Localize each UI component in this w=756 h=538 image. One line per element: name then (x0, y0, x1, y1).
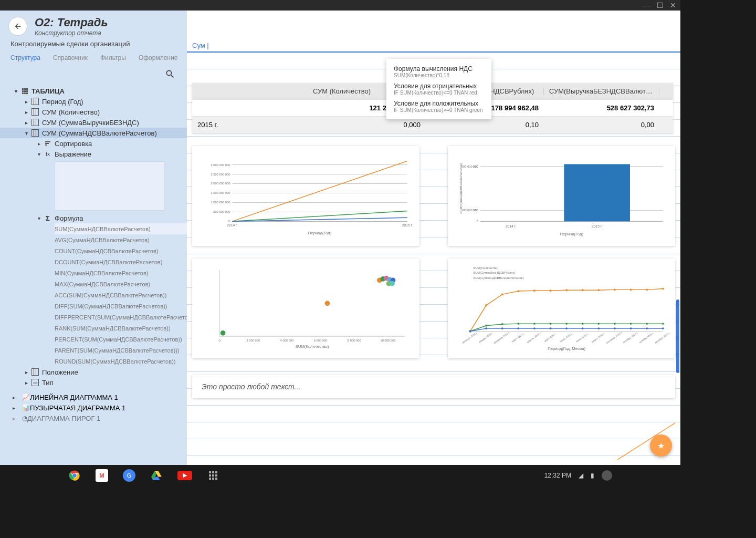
close-icon[interactable]: ✕ (670, 1, 676, 9)
svg-point-72 (517, 290, 519, 292)
svg-point-87 (550, 323, 552, 325)
svg-text:500 000 000: 500 000 000 (461, 165, 478, 168)
wifi-icon[interactable]: ◢ (579, 472, 583, 479)
svg-point-50 (390, 281, 395, 286)
svg-text:март 2015 г.: март 2015 г. (511, 333, 524, 343)
svg-text:6 000 000: 6 000 000 (314, 339, 328, 342)
svg-text:8 000 000: 8 000 000 (348, 339, 361, 342)
line-chart-1[interactable]: 0500 000 0001 000 000 0001 500 000 0002 … (192, 146, 419, 246)
svg-point-89 (582, 323, 584, 325)
formula-acc[interactable]: ACC(SUM(СуммаНДСВВалютеРасчетов)) (55, 289, 187, 301)
svg-text:сентябрь 2015 г.: сентябрь 2015 г. (606, 331, 623, 344)
svg-point-93 (646, 323, 648, 325)
expression-input[interactable] (55, 161, 165, 211)
text-widget[interactable]: Это просто любой текст... (192, 375, 675, 398)
svg-point-91 (614, 323, 616, 325)
youtube-icon[interactable]: ▶ (177, 471, 192, 480)
maximize-icon[interactable]: ☐ (657, 1, 664, 9)
tree-col-qty[interactable]: ▸СУМ (Количество) (0, 107, 187, 117)
svg-point-104 (614, 327, 616, 329)
svg-text:4 000 000: 4 000 000 (280, 339, 294, 342)
search-icon[interactable] (165, 69, 175, 79)
formula-round[interactable]: ROUND(SUM(СуммаНДСВВалютеРасчетов)) (55, 356, 187, 367)
scatter-chart-1[interactable]: 02 000 0004 000 0006 000 0008 000 00010 … (192, 258, 419, 358)
svg-text:2 000 000 000: 2 000 000 000 (211, 182, 230, 185)
suggestion-item[interactable]: Условие для положительныхIF SUM(Количест… (386, 98, 491, 115)
formula-bar[interactable]: Сум | (187, 11, 680, 53)
tab-design[interactable]: Оформление (139, 54, 177, 61)
tree-type[interactable]: ▸▭Тип (0, 377, 187, 388)
tab-structure[interactable]: Структура (10, 54, 40, 61)
apps-icon[interactable] (207, 469, 219, 482)
formula-list: SUM(СуммаНДСВВалютеРасчетов) AVG(СуммаНД… (0, 223, 187, 367)
formula-avg[interactable]: AVG(СуммаНДСВВалютеРасчетов) (55, 234, 187, 245)
svg-text:500 000 000: 500 000 000 (213, 210, 230, 213)
user-avatar[interactable] (602, 470, 612, 481)
search-field[interactable] (8, 66, 178, 82)
svg-point-42 (220, 330, 226, 336)
tree-col-vat[interactable]: ▾СУМ (СуммаНДСВВалютеРасчетов) (0, 128, 187, 138)
tab-filters[interactable]: Фильтры (100, 54, 126, 61)
svg-point-80 (646, 288, 648, 291)
svg-text:апрель 2015 г.: апрель 2015 г. (527, 332, 542, 344)
line-chart-2[interactable]: SUM(Количество)SUM(СуммаБезНДСВРублях)SU… (448, 258, 675, 358)
suggestion-item[interactable]: Условие для отрицательныхIF SUM(Количест… (386, 80, 491, 98)
suggestion-item[interactable]: Формула вычисления НДСSUM(Количество)*0,… (386, 63, 491, 80)
tree-table[interactable]: ▾ТАБЛИЦА (0, 86, 187, 96)
fab-button[interactable]: ★ (650, 434, 672, 457)
svg-point-94 (662, 323, 664, 325)
page-title: О2: Тетрадь (35, 16, 108, 29)
main-canvas: Сум | Формула вычисления НДСSUM(Количест… (187, 11, 680, 465)
tree-formula[interactable]: ▾ΣФормула (0, 213, 187, 223)
svg-text:2015 г.: 2015 г. (402, 223, 413, 227)
svg-point-86 (533, 323, 536, 325)
drive-icon[interactable] (150, 469, 163, 482)
tree-expr[interactable]: ▾fxВыражение (0, 149, 187, 159)
svg-text:август 2015 г.: август 2015 г. (591, 332, 605, 343)
chrome-icon[interactable] (68, 469, 81, 482)
battery-icon[interactable]: ▮ (591, 472, 594, 479)
tree-col-period[interactable]: ▸Период (Год) (0, 96, 187, 107)
formula-parent[interactable]: PARENT(SUM(СуммаНДСВВалютеРасчетов))) (55, 345, 187, 356)
tab-reference[interactable]: Справочник (53, 54, 88, 61)
svg-point-99 (533, 327, 536, 329)
clock[interactable]: 12:32 PM (544, 472, 571, 479)
tree-piechart[interactable]: ▸◔ДИАГРАММА ПИРОГ 1 (0, 413, 187, 423)
tree-linechart[interactable]: ▸📈ЛИНЕЙНАЯ ДИАГРАММА 1 (0, 392, 187, 402)
svg-point-100 (550, 327, 552, 329)
tree-sort[interactable]: ▸Сортировка (0, 138, 187, 149)
page-description: Контролируемые сделки организаций (0, 40, 187, 54)
formula-diff[interactable]: DIFF(SUM(СуммаНДСВВалютеРасчетов)) (55, 301, 187, 312)
tree-position[interactable]: ▸Положение (0, 367, 187, 377)
svg-text:Период(Год, Месяц): Период(Год, Месяц) (548, 346, 585, 351)
bar-chart-1[interactable]: 00100100 000 000500500 000 0002014 г.201… (448, 146, 675, 246)
svg-point-88 (565, 323, 568, 325)
formula-diffpercent[interactable]: DIFFPERCENT(SUM(СуммаНДСВВалютеРасчетов)… (55, 312, 187, 323)
svg-text:2014 г.: 2014 г. (506, 224, 517, 228)
svg-text:декабрь 2015 г.: декабрь 2015 г. (654, 332, 670, 344)
minimize-icon[interactable]: — (643, 1, 650, 9)
formula-count[interactable]: COUNT(СуммаНДСВВалютеРасчетов) (55, 245, 187, 256)
formula-suggestions: Формула вычисления НДСSUM(Количество)*0,… (386, 59, 491, 119)
formula-percent[interactable]: PERCENT(SUM(СуммаНДСВВалютеРасчетов)) (55, 334, 187, 345)
col-header[interactable]: СУМ(ВыручкаБЕЗНДСВВалютеР... (544, 87, 659, 95)
back-button[interactable] (8, 17, 27, 36)
svg-text:2 500 000 000: 2 500 000 000 (211, 173, 230, 176)
formula-rank[interactable]: RANK(SUM(СуммаНДСВВалютеРасчетов)) (55, 323, 187, 334)
gmail-icon[interactable]: M (96, 469, 108, 482)
google-icon[interactable]: G (123, 469, 135, 482)
formula-min[interactable]: MIN(СуммаНДСВВалютеРасчетов) (55, 267, 187, 278)
formula-max[interactable]: MAX(СуммаНДСВВалютеРасчетов) (55, 278, 187, 289)
tree-bubblechart[interactable]: ▸📊ПУЗЫРЧАТАЯ ДИАГРАММА 1 (0, 402, 187, 413)
svg-point-78 (614, 288, 616, 291)
svg-text:SUM(Количество): SUM(Количество) (296, 344, 329, 349)
svg-point-84 (501, 323, 503, 325)
svg-point-81 (662, 288, 664, 290)
svg-text:10 000 000: 10 000 000 (380, 339, 395, 342)
tree-col-rev[interactable]: ▸СУМ (СуммаВыручкиБЕЗНДС) (0, 117, 187, 128)
svg-point-102 (582, 327, 584, 329)
formula-sum[interactable]: SUM(СуммаНДСВВалютеРасчетов) (55, 223, 187, 234)
svg-text:1 500 000 000: 1 500 000 000 (211, 191, 230, 194)
formula-dcount[interactable]: DCOUNT(СуммаНДСВВалютеРасчетов) (55, 256, 187, 267)
svg-text:SUM(СуммаНДСВВалютеРасчетов): SUM(СуммаНДСВВалютеРасчетов) (473, 276, 523, 280)
